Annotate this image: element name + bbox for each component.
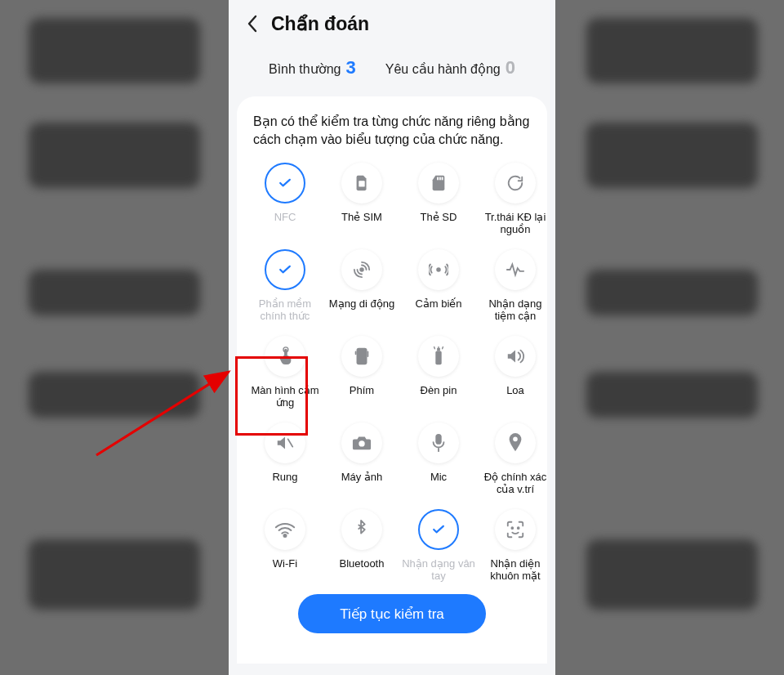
svg-rect-10 — [435, 351, 441, 365]
diagnostics-card: Bạn có thể kiểm tra từng chức năng riêng… — [237, 96, 547, 664]
diagnostics-grid: NFCThẻ SIMThẻ SDTr.thái KĐ lại nguồnPhần… — [248, 154, 536, 583]
tile-label: Nhận diện khuôn mặt — [479, 558, 552, 583]
tile-sim[interactable]: Thẻ SIM — [325, 154, 399, 236]
back-button[interactable] — [240, 12, 263, 35]
stat-action-count: 0 — [506, 57, 515, 78]
flash-icon — [418, 336, 459, 377]
tile-sd[interactable]: Thẻ SD — [402, 154, 475, 236]
stat-normal-label: Bình thường — [269, 61, 341, 77]
location-icon — [495, 422, 536, 463]
stat-normal-count: 3 — [346, 57, 356, 78]
tile-label: Độ chính xác của v.trí — [479, 472, 552, 496]
svg-point-13 — [359, 440, 364, 446]
tile-label: Màn hình cảm ứng — [248, 385, 322, 409]
tile-mic[interactable]: Mic — [402, 414, 475, 496]
card-description: Bạn có thể kiểm tra từng chức năng riêng… — [248, 113, 536, 154]
tile-proximity[interactable]: Nhận dạng tiệm cận — [479, 241, 552, 323]
tile-label: Rung — [272, 472, 297, 496]
tile-buttons[interactable]: Phím — [325, 328, 399, 409]
tile-camera[interactable]: Máy ảnh — [325, 414, 399, 496]
tile-label: Máy ảnh — [341, 472, 383, 496]
proximity-icon — [495, 249, 536, 290]
tile-label: Mic — [430, 472, 447, 496]
tile-wifi[interactable]: Wi-Fi — [248, 501, 322, 583]
tile-label: Loa — [506, 385, 524, 409]
tile-label: Bluetooth — [340, 558, 385, 583]
sim-icon — [341, 163, 382, 203]
tile-label: Đèn pin — [421, 385, 457, 409]
tile-label: Tr.thái KĐ lại nguồn — [479, 212, 552, 236]
tile-nfc[interactable]: NFC — [248, 154, 322, 236]
svg-rect-2 — [439, 177, 441, 181]
svg-rect-14 — [435, 434, 441, 445]
svg-point-16 — [284, 534, 287, 537]
arrow-annotation — [88, 365, 235, 462]
svg-rect-0 — [359, 181, 364, 186]
phone-screen: Chẩn đoán Bình thường 3 Yêu cầu hành độn… — [229, 0, 555, 675]
svg-point-18 — [518, 527, 519, 529]
tile-official[interactable]: Phần mềm chính thức — [248, 241, 322, 323]
buttons-icon — [341, 336, 382, 377]
svg-point-4 — [360, 268, 363, 271]
tile-mobile[interactable]: Mạng di động — [325, 241, 399, 323]
tile-face[interactable]: Nhận diện khuôn mặt — [479, 501, 552, 583]
svg-rect-9 — [367, 351, 368, 357]
tile-label: NFC — [274, 212, 296, 236]
mic-icon — [418, 422, 459, 463]
tile-restart[interactable]: Tr.thái KĐ lại nguồn — [479, 154, 552, 236]
svg-rect-7 — [357, 348, 368, 364]
wifi-icon — [265, 509, 305, 550]
tile-flash[interactable]: Đèn pin — [402, 328, 475, 409]
sensor-icon — [418, 249, 459, 290]
tile-bluetooth[interactable]: Bluetooth — [325, 501, 399, 583]
mobile-icon — [341, 249, 382, 290]
speaker-icon — [495, 336, 536, 377]
tile-label: Thẻ SD — [421, 212, 457, 236]
svg-rect-3 — [442, 177, 443, 181]
svg-rect-1 — [437, 177, 439, 181]
official-icon — [265, 249, 305, 290]
tile-finger[interactable]: Nhận dạng vân tay — [402, 501, 475, 583]
tile-label: Mạng di động — [329, 298, 394, 323]
finger-icon — [418, 509, 459, 550]
tile-label: Phím — [350, 385, 374, 409]
tile-speaker[interactable]: Loa — [479, 328, 552, 409]
bluetooth-icon — [341, 509, 382, 550]
svg-line-19 — [96, 372, 229, 455]
svg-line-12 — [288, 440, 293, 447]
sd-icon — [418, 163, 459, 203]
nfc-icon — [265, 163, 305, 203]
tile-label: Nhận dạng tiệm cận — [479, 298, 552, 323]
camera-icon — [341, 422, 382, 463]
svg-point-17 — [511, 527, 513, 529]
stat-normal: Bình thường 3 — [269, 57, 356, 78]
tile-label: Nhận dạng vân tay — [402, 558, 475, 583]
tile-vibrate[interactable]: Rung — [248, 414, 322, 496]
svg-rect-8 — [355, 351, 357, 355]
stats-row: Bình thường 3 Yêu cầu hành động 0 — [229, 47, 555, 96]
tile-label: Phần mềm chính thức — [248, 298, 322, 323]
tile-sensor[interactable]: Cảm biến — [402, 241, 475, 323]
stat-action: Yêu cầu hành động 0 — [385, 57, 515, 78]
tile-location[interactable]: Độ chính xác của v.trí — [479, 414, 552, 496]
tile-label: Thẻ SIM — [341, 212, 382, 236]
vibrate-icon — [265, 422, 305, 463]
face-icon — [495, 509, 536, 550]
continue-button[interactable]: Tiếp tục kiểm tra — [298, 594, 486, 633]
restart-icon — [495, 163, 536, 203]
header: Chẩn đoán — [229, 0, 555, 47]
tile-label: Wi-Fi — [273, 558, 297, 583]
touch-icon — [265, 336, 305, 377]
tile-label: Cảm biến — [415, 298, 461, 323]
stat-action-label: Yêu cầu hành động — [385, 61, 501, 77]
svg-point-5 — [437, 268, 440, 271]
tile-touch[interactable]: Màn hình cảm ứng — [248, 328, 322, 409]
page-title: Chẩn đoán — [271, 13, 369, 35]
svg-point-15 — [513, 437, 518, 442]
